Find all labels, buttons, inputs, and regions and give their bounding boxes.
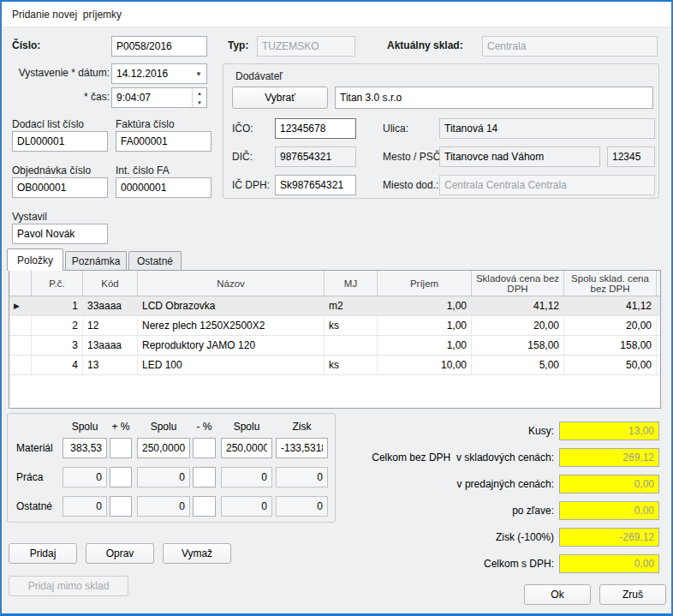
row-selector-arrow-icon: ▶ [14, 302, 20, 310]
material-spolu2-field[interactable]: 250,0000 [137, 438, 190, 458]
mesto-field[interactable]: Titanovce nad Váhom [439, 147, 600, 167]
vystavenie-datum-label: Vystavenie * dátum: [12, 67, 110, 79]
tab-ostatne[interactable]: Ostatné [128, 251, 182, 271]
celkom-s-dph-label: Celkom s DPH: [259, 558, 554, 570]
supplier-name-field[interactable]: Titan 3.0 s.r.o [335, 87, 653, 109]
cislo-field[interactable]: P0058/2016 [111, 36, 207, 57]
int-cislo-label: Int. číslo FA [116, 164, 170, 176]
ostatne-minus-pct-field[interactable] [193, 496, 216, 517]
ostatne-spolu1-field[interactable]: 0 [63, 496, 107, 517]
table-row[interactable]: 3 13aaaa Reproduktory JAMO 120 1,00 158,… [9, 336, 660, 356]
psc-field[interactable]: 12345 [607, 147, 655, 167]
grid-header-kod[interactable]: Kód [83, 271, 138, 296]
praca-spolu2-field[interactable]: 0 [137, 467, 190, 487]
material-spolu1-field[interactable]: 383,53 [63, 438, 107, 458]
ico-label: IČO: [232, 123, 253, 135]
miesto-dod-label: Miesto dod.: [383, 179, 438, 191]
po-zlave-label: po zľave: [259, 505, 554, 517]
kusy-label: Kusy: [259, 425, 554, 437]
grid-header-mj[interactable]: MJ [325, 271, 378, 296]
time-spin-buttons[interactable]: ▲ ▼ [192, 88, 206, 107]
dodavatel-groupbox: Dodávateľ Vybrať Titan 3.0 s.r.o IČO: 12… [223, 63, 659, 199]
aktualny-sklad-label: Aktuálny sklad: [387, 39, 463, 51]
tab-poznamka[interactable]: Poznámka [65, 251, 127, 271]
ico-field[interactable]: 12345678 [275, 118, 356, 139]
cas-label: * čas: [12, 91, 110, 103]
predajne-ceny-field: 0,00 [559, 475, 659, 493]
praca-plus-pct-field[interactable] [110, 467, 132, 487]
dic-label: DIČ: [232, 151, 253, 163]
predajne-ceny-label: v predajných cenách: [259, 478, 554, 490]
window-title: Pridanie novej príjemky [12, 9, 122, 21]
icdph-field[interactable]: Sk987654321 [275, 175, 356, 195]
vybrat-button[interactable]: Vybrať [232, 87, 328, 109]
praca-minus-pct-field[interactable] [193, 467, 216, 487]
po-zlave-field: 0,00 [559, 501, 659, 520]
grid-header-prijem[interactable]: Príjem [378, 271, 472, 296]
aktualny-sklad-field: Centrala [482, 36, 658, 57]
pridaj-mimo-sklad-button: Pridaj mimo sklad [9, 576, 128, 596]
dodaci-list-field[interactable]: DL000001 [12, 131, 108, 152]
praca-spolu1-field[interactable]: 0 [63, 467, 107, 487]
spin-up-icon[interactable]: ▲ [193, 88, 206, 98]
oprav-button[interactable]: Oprav [86, 543, 154, 564]
dialog-window: Pridanie novej príjemky Číslo: P0058/201… [0, 0, 673, 616]
typ-field: TUZEMSKO [257, 36, 355, 57]
objednavka-label: Objednávka číslo [12, 164, 91, 176]
material-plus-pct-field[interactable] [110, 438, 132, 458]
chevron-down-icon[interactable]: ▼ [195, 70, 202, 78]
cas-spinner[interactable]: 9:04:07 ▲ ▼ [111, 87, 207, 108]
cislo-label: Číslo: [12, 39, 40, 51]
items-grid: P.č. Kód Názov MJ Príjem Skladová cena b… [9, 270, 661, 409]
int-cislo-field[interactable]: 00000001 [116, 177, 211, 198]
miesto-dod-field: Centrala Centrala Centrala [439, 175, 655, 195]
grid-header-selector [9, 271, 32, 296]
kusy-field: 13,00 [559, 422, 659, 440]
objednavka-field[interactable]: OB000001 [12, 177, 108, 198]
vystavenie-datum-picker[interactable]: 14.12.2016 ▼ [111, 63, 207, 84]
grid-header-cena[interactable]: Skladová cena bez DPH [472, 271, 564, 296]
dialog-content: Číslo: P0058/2016 Typ: TUZEMSKO Aktuálny… [2, 27, 671, 613]
summary-header-minus: - % [193, 421, 216, 433]
grid-header-pc[interactable]: P.č. [32, 271, 83, 296]
vymaz-button[interactable]: Vymaž [163, 543, 231, 564]
zisk-field: -269,12 [559, 528, 659, 547]
dic-field[interactable]: 987654321 [275, 147, 356, 167]
summary-header-spolu2: Spolu [137, 421, 190, 433]
summary-header-spolu1: Spolu [63, 421, 107, 433]
typ-label: Typ: [228, 39, 248, 51]
ostatne-plus-pct-field[interactable] [110, 496, 132, 517]
vystavil-label: Vystavil [12, 211, 47, 223]
ulica-field[interactable]: Titanová 14 [439, 118, 655, 139]
table-row[interactable]: 2 12 Nerez plech 1250X2500X2 ks 1,00 20,… [9, 316, 660, 336]
vystavil-field[interactable]: Pavol Novák [12, 224, 108, 244]
faktura-field[interactable]: FA000001 [116, 131, 211, 152]
spin-down-icon[interactable]: ▼ [193, 98, 206, 107]
icdph-label: IČ DPH: [232, 179, 270, 191]
dodavatel-group-label: Dodávateľ [235, 70, 283, 82]
mesto-psc-label: Mesto / PSČ: [383, 151, 444, 163]
grid-header: P.č. Kód Názov MJ Príjem Skladová cena b… [9, 271, 660, 296]
ok-button[interactable]: Ok [524, 584, 591, 605]
grid-header-spolu[interactable]: Spolu sklad. cena bez DPH [564, 271, 657, 296]
table-row[interactable]: 4 13 LED 100 ks 10,00 5,00 50,00 [9, 356, 660, 375]
zisk-label: Zisk (-100%) [259, 531, 554, 543]
summary-header-plus: + % [110, 421, 132, 433]
ostatne-spolu2-field[interactable]: 0 [137, 496, 190, 517]
ulica-label: Ulica: [383, 123, 408, 135]
zrus-button[interactable]: Zruš [599, 584, 666, 605]
celkom-skladove-label: Celkom bez DPH v skladových cenách: [259, 452, 554, 463]
dodaci-list-label: Dodací list číslo [12, 118, 84, 130]
tab-polozky[interactable]: Položky [7, 248, 63, 271]
celkom-s-dph-field: 0,00 [559, 554, 659, 573]
table-row[interactable]: ▶ 1 33aaaa LCD Obrazovka m2 1,00 41,12 4… [9, 296, 660, 316]
celkom-skladove-field: 269,12 [559, 448, 659, 467]
title-bar: Pridanie novej príjemky [2, 2, 671, 27]
pridaj-button[interactable]: Pridaj [9, 543, 77, 564]
faktura-label: Faktúra číslo [116, 118, 175, 130]
grid-header-nazov[interactable]: Názov [138, 271, 325, 296]
material-minus-pct-field[interactable] [193, 438, 216, 458]
